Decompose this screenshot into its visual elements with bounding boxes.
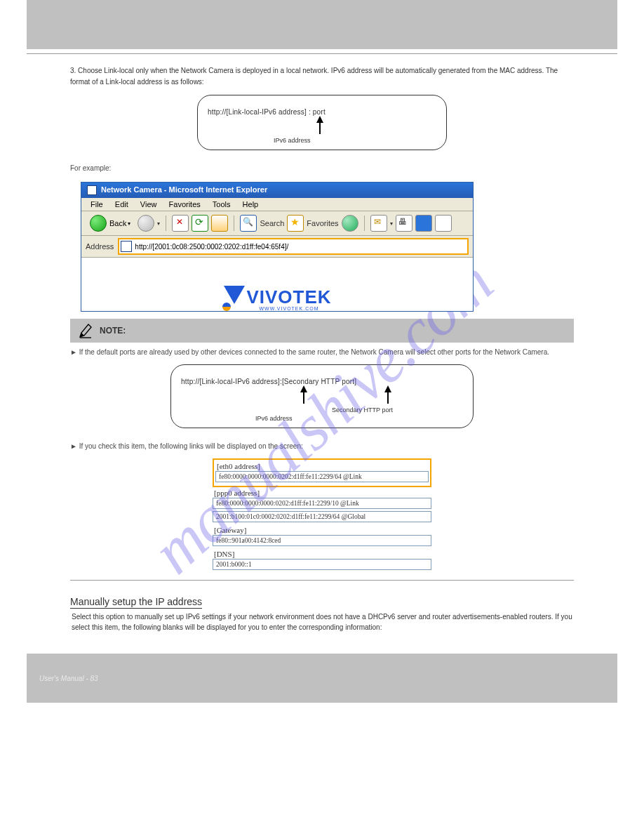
- toolbar: Back ▾ ▾ Search Favorites: [81, 211, 473, 236]
- separator-icon: [166, 216, 166, 231]
- manual-ip-text: Select this option to manually set up IP…: [72, 611, 574, 633]
- url-format-box-2: http://[Link-local-IPv6 address]:[Second…: [170, 364, 474, 428]
- back-button[interactable]: Back ▾: [86, 213, 135, 233]
- header-rule: [27, 53, 617, 54]
- header-bar: [27, 0, 617, 49]
- menu-help[interactable]: Help: [243, 200, 259, 208]
- section-heading: Manually setup the IP address: [70, 596, 202, 609]
- url-format-2: http://[Link-local-IPv6 address]:[Second…: [181, 378, 463, 385]
- back-icon: [90, 215, 107, 232]
- section-rule: [70, 580, 574, 581]
- address-input[interactable]: http://[2001:0c08:2500:0002:0202:d1ff:fe…: [118, 238, 469, 255]
- vivotek-logo: VIVOTEK WWW.VIVOTEK.COM: [222, 286, 331, 311]
- search-button[interactable]: Search: [260, 219, 284, 227]
- menu-file[interactable]: File: [90, 200, 103, 208]
- logo-subtext: WWW.VIVOTEK.COM: [246, 306, 331, 311]
- menu-edit[interactable]: Edit: [115, 200, 128, 208]
- gateway-value: fe80::901a00:4142:8ced: [213, 535, 431, 546]
- logo-v-icon: [222, 286, 246, 311]
- url-format-1: http://[Link-local-IPv6 address] : port: [208, 108, 326, 116]
- messenger-button[interactable]: [435, 215, 452, 232]
- back-label: Back: [109, 219, 126, 227]
- arrow-label-ipv6-2: IPv6 address: [255, 394, 293, 422]
- edit-button[interactable]: [415, 215, 432, 232]
- arrow-label-ipv6: IPv6 address: [274, 116, 311, 144]
- note-bar: NOTE:: [70, 319, 574, 343]
- star-icon: [287, 215, 304, 232]
- menu-favorites[interactable]: Favorites: [169, 200, 201, 208]
- ppp0-label: [ppp0 address]: [213, 487, 431, 497]
- search-icon: [240, 215, 257, 232]
- address-label: Address: [86, 242, 114, 251]
- refresh-button[interactable]: [192, 215, 208, 232]
- footer-page: User's Manual - 83: [39, 675, 98, 682]
- dns-label: [DNS]: [213, 548, 431, 558]
- forward-button[interactable]: [137, 215, 154, 232]
- window-title: Network Camera - Microsoft Internet Expl…: [81, 183, 473, 198]
- eth0-label: [eth0 address]: [215, 461, 429, 470]
- logo-text: VIVOTEK: [246, 286, 331, 307]
- note-text: ► If the default ports are already used …: [70, 347, 574, 357]
- menu-bar: File Edit View Favorites Tools Help: [81, 198, 473, 211]
- ppp0-value-2: 2001:b100:01c0:0002:0202:d1ff:fe11:2299/…: [213, 511, 431, 522]
- separator-icon: [364, 216, 365, 231]
- note-label: NOTE:: [100, 326, 126, 336]
- media-button[interactable]: [342, 215, 358, 232]
- example-label-1: For example:: [70, 163, 574, 173]
- url-format-box-1: http://[Link-local-IPv6 address] : port …: [197, 95, 447, 150]
- ipv6-info-block: [eth0 address] fe80:0000:0000:0000:0202:…: [213, 458, 431, 570]
- menu-tools[interactable]: Tools: [213, 200, 231, 208]
- print-button[interactable]: [396, 215, 412, 232]
- pencil-icon: [79, 323, 93, 338]
- eth0-value: fe80:0000:0000:0000:0202:d1ff:fe11:2299/…: [215, 471, 429, 482]
- favorites-button[interactable]: Favorites: [307, 219, 338, 227]
- ppp0-value-1: fe80:0000:0000:0000:0202:d1ff:fe11:2299/…: [213, 498, 431, 509]
- page-body: VIVOTEK WWW.VIVOTEK.COM: [81, 258, 473, 311]
- menu-view[interactable]: View: [140, 200, 157, 208]
- home-button[interactable]: [211, 215, 228, 232]
- dns-value: 2001:b000::1: [213, 559, 431, 570]
- ie-window: Network Camera - Microsoft Internet Expl…: [81, 182, 474, 312]
- gateway-label: [Gateway]: [213, 524, 431, 534]
- arrow-label-port: Secondary HTTP port: [332, 385, 393, 413]
- mail-button[interactable]: [370, 215, 387, 232]
- stop-button[interactable]: [172, 215, 189, 232]
- example-lead-2: ► If you check this item, the following …: [70, 441, 574, 451]
- separator-icon: [234, 216, 234, 231]
- intro-text: 3. Choose Link-local only when the Netwo…: [70, 65, 574, 88]
- footer-bar: User's Manual - 83: [27, 654, 617, 703]
